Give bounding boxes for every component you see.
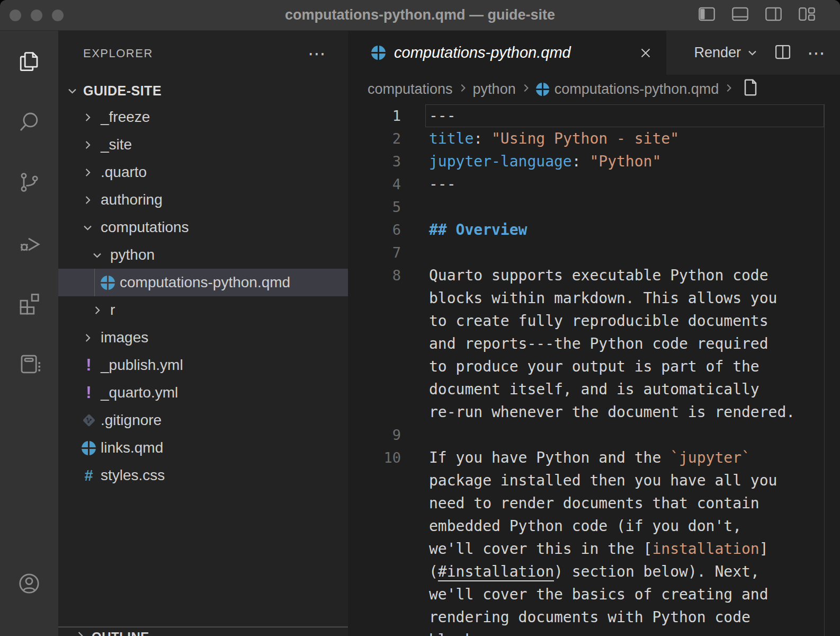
folder-label: .quarto bbox=[101, 164, 147, 181]
explorer-icon[interactable] bbox=[16, 49, 42, 74]
breadcrumb-item-computations-python.qmd[interactable]: computations-python.qmd bbox=[555, 81, 719, 98]
customize-layout-icon[interactable] bbox=[797, 4, 817, 26]
line-content: we'll cover the basics of creating and bbox=[429, 586, 768, 603]
editor-group: computations-python.qmd Render ⋯ computa… bbox=[348, 31, 840, 636]
tree-item-_publish.yml[interactable]: !_publish.yml bbox=[58, 351, 348, 379]
toggle-primary-sidebar-icon[interactable] bbox=[697, 4, 717, 26]
line-content: --- bbox=[429, 107, 456, 125]
code-line[interactable]: blocks. bbox=[348, 629, 840, 636]
explorer-sidebar: EXPLORER ⋯ GUIDE-SITE _freeze_site.quart… bbox=[58, 31, 348, 636]
line-content: --- bbox=[429, 175, 456, 193]
code-line[interactable]: 9 bbox=[348, 423, 840, 446]
split-editor-icon[interactable] bbox=[773, 42, 792, 64]
chevron-down-icon bbox=[746, 47, 758, 59]
workspace-name: GUIDE-SITE bbox=[83, 83, 162, 99]
outline-divider bbox=[58, 626, 348, 628]
tree-item-_site[interactable]: _site bbox=[58, 131, 348, 158]
breadcrumb: computationspythoncomputations-python.qm… bbox=[348, 75, 840, 104]
code-line[interactable]: 6## Overview bbox=[348, 218, 840, 241]
code-line[interactable]: 10If you have Python and the `jupyter` bbox=[348, 446, 840, 469]
tree-item-styles.css[interactable]: #styles.css bbox=[58, 462, 348, 489]
code-editor[interactable]: 1---2title: "Using Python - site"3jupyte… bbox=[348, 104, 840, 636]
code-line[interactable]: package installed then you have all you bbox=[348, 469, 840, 492]
tree-item-computations-python.qmd[interactable]: computations-python.qmd bbox=[58, 269, 348, 296]
line-number: 7 bbox=[371, 244, 401, 261]
chevron-right-icon bbox=[74, 630, 86, 636]
code-line[interactable]: 2title: "Using Python - site" bbox=[348, 127, 840, 150]
file-label: _publish.yml bbox=[101, 357, 183, 374]
code-line[interactable]: rendering documents with Python code bbox=[348, 606, 840, 629]
tree-item-_freeze[interactable]: _freeze bbox=[58, 103, 348, 131]
tree-item-links.qmd[interactable]: links.qmd bbox=[58, 434, 348, 462]
render-button[interactable]: Render bbox=[694, 45, 758, 61]
outline-section-header[interactable]: OUTLINE bbox=[58, 629, 348, 636]
line-content: embedded Python code (if you don't, bbox=[429, 517, 741, 535]
code-line[interactable]: 1--- bbox=[348, 104, 840, 127]
chevron-down-icon bbox=[82, 222, 101, 234]
search-icon[interactable] bbox=[16, 109, 42, 135]
editor-actions: Render ⋯ bbox=[666, 31, 840, 75]
source-control-icon[interactable] bbox=[16, 170, 42, 195]
tree-item-_quarto.yml[interactable]: !_quarto.yml bbox=[58, 379, 348, 407]
code-line[interactable]: blocks within markdown. This allows you bbox=[348, 287, 840, 310]
toggle-secondary-sidebar-icon[interactable] bbox=[764, 4, 783, 26]
code-line[interactable]: 5 bbox=[348, 196, 840, 218]
code-line[interactable]: and reports---the Python code required bbox=[348, 332, 840, 355]
file-symbol-icon bbox=[740, 77, 761, 102]
line-content: Quarto supports executable Python code bbox=[429, 267, 768, 284]
workspace-section-header[interactable]: GUIDE-SITE bbox=[58, 78, 348, 103]
extensions-icon[interactable] bbox=[16, 290, 42, 316]
tree-item-.gitignore[interactable]: .gitignore bbox=[58, 407, 348, 434]
folder-label: r bbox=[110, 302, 115, 319]
chevron-right-icon bbox=[82, 166, 101, 179]
code-line[interactable]: to produce your output is part of the bbox=[348, 355, 840, 378]
layout-controls bbox=[697, 0, 817, 30]
code-line[interactable]: 8Quarto supports executable Python code bbox=[348, 264, 840, 287]
code-line[interactable]: document itself, and is automatically bbox=[348, 378, 840, 401]
tab-computations-python-qmd[interactable]: computations-python.qmd bbox=[348, 31, 666, 75]
toggle-panel-icon[interactable] bbox=[730, 4, 750, 26]
tab-bar: computations-python.qmd Render ⋯ bbox=[348, 31, 840, 75]
quarto-file-icon bbox=[536, 83, 549, 96]
code-line[interactable]: 4--- bbox=[348, 173, 840, 196]
tree-item-.quarto[interactable]: .quarto bbox=[58, 158, 348, 186]
line-content: blocks. bbox=[429, 631, 492, 636]
line-content: package installed then you have all you bbox=[429, 472, 777, 489]
tree-item-authoring[interactable]: authoring bbox=[58, 186, 348, 214]
code-line[interactable]: 7 bbox=[348, 241, 840, 264]
line-number: 1 bbox=[371, 108, 401, 124]
tree-item-images[interactable]: images bbox=[58, 324, 348, 351]
tree-item-r[interactable]: r bbox=[58, 296, 348, 324]
line-number: 10 bbox=[371, 449, 401, 466]
code-line[interactable]: we'll cover the basics of creating and bbox=[348, 583, 840, 606]
line-content: blocks within markdown. This allows you bbox=[429, 289, 777, 307]
chevron-right-icon bbox=[82, 332, 101, 344]
activity-bar bbox=[0, 31, 58, 636]
code-line[interactable]: we'll cover this in the [installation] bbox=[348, 537, 840, 560]
breadcrumb-item-python[interactable]: python bbox=[473, 81, 516, 98]
line-content: If you have Python and the `jupyter` bbox=[429, 449, 750, 466]
tree-item-python[interactable]: python bbox=[58, 241, 348, 269]
line-content: and reports---the Python code required bbox=[429, 335, 768, 352]
code-line[interactable]: embedded Python code (if you don't, bbox=[348, 515, 840, 537]
chevron-right-icon bbox=[453, 81, 473, 98]
breadcrumb-item-computations[interactable]: computations bbox=[368, 81, 453, 98]
line-content: need to render documents that contain bbox=[429, 494, 759, 512]
explorer-more-actions-icon[interactable]: ⋯ bbox=[308, 48, 326, 59]
quarto-file-icon bbox=[371, 46, 386, 60]
close-tab-icon[interactable] bbox=[638, 45, 654, 61]
line-number: 6 bbox=[371, 222, 401, 238]
run-and-debug-icon[interactable] bbox=[16, 230, 42, 255]
more-actions-icon[interactable]: ⋯ bbox=[807, 50, 825, 56]
notebook-icon[interactable] bbox=[16, 351, 42, 376]
code-line[interactable]: need to render documents that contain bbox=[348, 492, 840, 515]
code-line[interactable]: (#installation) section below). Next, bbox=[348, 560, 840, 583]
code-line[interactable]: to create fully reproducible documents bbox=[348, 310, 840, 332]
code-line[interactable]: 3jupyter-language: "Python" bbox=[348, 150, 840, 173]
quarto-file-icon bbox=[101, 276, 120, 290]
chevron-down-icon bbox=[91, 249, 110, 261]
settings-gear-icon[interactable] bbox=[16, 634, 42, 636]
accounts-icon[interactable] bbox=[16, 571, 42, 596]
tree-item-computations[interactable]: computations bbox=[58, 214, 348, 241]
code-line[interactable]: re-run whenever the document is rendered… bbox=[348, 401, 840, 423]
